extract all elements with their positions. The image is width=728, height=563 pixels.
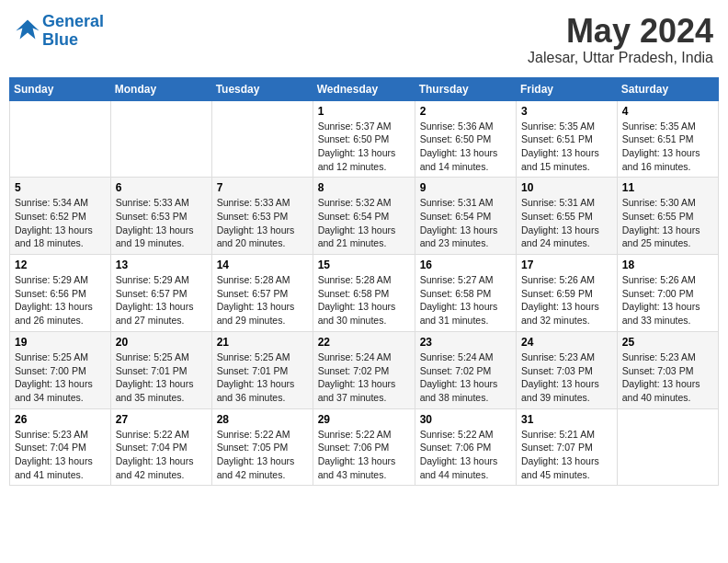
day-number: 26 (15, 413, 106, 426)
header-cell-thursday: Thursday (415, 77, 516, 100)
day-number: 22 (318, 336, 410, 349)
calendar-cell: 1Sunrise: 5:37 AM Sunset: 6:50 PM Daylig… (313, 100, 415, 178)
header-cell-monday: Monday (110, 77, 211, 100)
day-number: 13 (116, 259, 207, 271)
calendar-row: 19Sunrise: 5:25 AM Sunset: 7:00 PM Dayli… (10, 331, 719, 408)
calendar-cell: 20Sunrise: 5:25 AM Sunset: 7:01 PM Dayli… (110, 331, 211, 408)
day-info: Sunrise: 5:28 AM Sunset: 6:58 PM Dayligh… (318, 273, 410, 327)
calendar-cell: 31Sunrise: 5:21 AM Sunset: 7:07 PM Dayli… (517, 408, 618, 486)
day-number: 27 (116, 413, 207, 426)
day-info: Sunrise: 5:33 AM Sunset: 6:53 PM Dayligh… (217, 196, 308, 250)
day-info: Sunrise: 5:29 AM Sunset: 6:57 PM Dayligh… (116, 273, 207, 327)
calendar-cell: 4Sunrise: 5:35 AM Sunset: 6:51 PM Daylig… (617, 100, 718, 178)
calendar-cell: 10Sunrise: 5:31 AM Sunset: 6:55 PM Dayli… (517, 178, 618, 255)
calendar-cell (617, 408, 718, 486)
calendar-cell: 11Sunrise: 5:30 AM Sunset: 6:55 PM Dayli… (617, 178, 718, 255)
day-info: Sunrise: 5:27 AM Sunset: 6:58 PM Dayligh… (420, 273, 511, 327)
day-info: Sunrise: 5:35 AM Sunset: 6:51 PM Dayligh… (622, 120, 713, 174)
day-number: 3 (521, 105, 612, 118)
calendar-cell: 30Sunrise: 5:22 AM Sunset: 7:06 PM Dayli… (415, 408, 516, 486)
calendar-cell: 14Sunrise: 5:28 AM Sunset: 6:57 PM Dayli… (211, 255, 313, 332)
day-info: Sunrise: 5:26 AM Sunset: 7:00 PM Dayligh… (622, 273, 713, 327)
calendar-cell: 6Sunrise: 5:33 AM Sunset: 6:53 PM Daylig… (110, 178, 211, 255)
day-number: 20 (116, 336, 207, 349)
calendar-cell: 23Sunrise: 5:24 AM Sunset: 7:02 PM Dayli… (415, 331, 516, 408)
day-info: Sunrise: 5:23 AM Sunset: 7:04 PM Dayligh… (15, 428, 106, 482)
day-number: 21 (217, 336, 308, 349)
day-info: Sunrise: 5:24 AM Sunset: 7:02 PM Dayligh… (318, 350, 410, 405)
day-number: 9 (420, 181, 511, 194)
day-number: 14 (217, 259, 308, 271)
day-info: Sunrise: 5:33 AM Sunset: 6:53 PM Dayligh… (116, 196, 207, 250)
calendar-cell: 27Sunrise: 5:22 AM Sunset: 7:04 PM Dayli… (110, 408, 211, 486)
header-cell-wednesday: Wednesday (313, 77, 415, 100)
day-number: 29 (318, 413, 410, 426)
day-number: 4 (622, 105, 713, 118)
calendar-cell: 26Sunrise: 5:23 AM Sunset: 7:04 PM Dayli… (10, 408, 111, 486)
calendar-cell: 16Sunrise: 5:27 AM Sunset: 6:58 PM Dayli… (415, 255, 516, 332)
day-info: Sunrise: 5:24 AM Sunset: 7:02 PM Dayligh… (420, 350, 511, 405)
calendar-cell: 2Sunrise: 5:36 AM Sunset: 6:50 PM Daylig… (415, 100, 516, 178)
day-number: 17 (521, 259, 612, 271)
day-info: Sunrise: 5:22 AM Sunset: 7:04 PM Dayligh… (116, 428, 207, 482)
calendar-row: 26Sunrise: 5:23 AM Sunset: 7:04 PM Dayli… (10, 408, 719, 486)
day-info: Sunrise: 5:23 AM Sunset: 7:03 PM Dayligh… (622, 350, 713, 405)
calendar-cell: 29Sunrise: 5:22 AM Sunset: 7:06 PM Dayli… (313, 408, 415, 486)
day-info: Sunrise: 5:31 AM Sunset: 6:55 PM Dayligh… (521, 196, 612, 250)
day-number: 30 (420, 413, 511, 426)
day-info: Sunrise: 5:23 AM Sunset: 7:03 PM Dayligh… (521, 350, 612, 405)
calendar-cell: 7Sunrise: 5:33 AM Sunset: 6:53 PM Daylig… (211, 178, 313, 255)
day-number: 12 (15, 259, 106, 271)
day-info: Sunrise: 5:36 AM Sunset: 6:50 PM Dayligh… (420, 120, 511, 174)
calendar-cell: 12Sunrise: 5:29 AM Sunset: 6:56 PM Dayli… (10, 255, 111, 332)
calendar-cell: 13Sunrise: 5:29 AM Sunset: 6:57 PM Dayli… (110, 255, 211, 332)
calendar-cell (211, 100, 313, 178)
calendar-cell: 22Sunrise: 5:24 AM Sunset: 7:02 PM Dayli… (313, 331, 415, 408)
day-info: Sunrise: 5:31 AM Sunset: 6:54 PM Dayligh… (420, 196, 511, 250)
calendar-cell: 5Sunrise: 5:34 AM Sunset: 6:52 PM Daylig… (10, 178, 111, 255)
header-cell-sunday: Sunday (10, 77, 111, 100)
logo: General Blue (15, 13, 104, 50)
calendar-header: SundayMondayTuesdayWednesdayThursdayFrid… (10, 77, 719, 100)
day-info: Sunrise: 5:28 AM Sunset: 6:57 PM Dayligh… (217, 273, 308, 327)
day-number: 19 (15, 336, 106, 349)
header-row: SundayMondayTuesdayWednesdayThursdayFrid… (10, 77, 719, 100)
day-info: Sunrise: 5:22 AM Sunset: 7:06 PM Dayligh… (318, 428, 410, 482)
calendar-cell: 24Sunrise: 5:23 AM Sunset: 7:03 PM Dayli… (517, 331, 618, 408)
day-info: Sunrise: 5:21 AM Sunset: 7:07 PM Dayligh… (521, 428, 612, 482)
day-info: Sunrise: 5:37 AM Sunset: 6:50 PM Dayligh… (318, 120, 410, 174)
calendar-cell: 28Sunrise: 5:22 AM Sunset: 7:05 PM Dayli… (211, 408, 313, 486)
day-number: 1 (318, 105, 410, 118)
month-title: May 2024 (528, 13, 713, 50)
logo-icon (15, 17, 40, 42)
calendar-cell: 3Sunrise: 5:35 AM Sunset: 6:51 PM Daylig… (517, 100, 618, 178)
calendar-cell: 8Sunrise: 5:32 AM Sunset: 6:54 PM Daylig… (313, 178, 415, 255)
day-info: Sunrise: 5:26 AM Sunset: 6:59 PM Dayligh… (521, 273, 612, 327)
calendar-row: 5Sunrise: 5:34 AM Sunset: 6:52 PM Daylig… (10, 178, 719, 255)
header-cell-tuesday: Tuesday (211, 77, 313, 100)
calendar-cell (110, 100, 211, 178)
day-info: Sunrise: 5:25 AM Sunset: 7:01 PM Dayligh… (217, 350, 308, 405)
calendar-row: 1Sunrise: 5:37 AM Sunset: 6:50 PM Daylig… (10, 100, 719, 178)
day-info: Sunrise: 5:30 AM Sunset: 6:55 PM Dayligh… (622, 196, 713, 250)
day-info: Sunrise: 5:34 AM Sunset: 6:52 PM Dayligh… (15, 196, 106, 250)
day-number: 24 (521, 336, 612, 349)
day-info: Sunrise: 5:29 AM Sunset: 6:56 PM Dayligh… (15, 273, 106, 327)
day-number: 16 (420, 259, 511, 271)
day-number: 10 (521, 181, 612, 194)
day-number: 28 (217, 413, 308, 426)
day-info: Sunrise: 5:32 AM Sunset: 6:54 PM Dayligh… (318, 196, 410, 250)
day-number: 5 (15, 181, 106, 194)
day-number: 25 (622, 336, 713, 349)
day-number: 8 (318, 181, 410, 194)
calendar-cell (10, 100, 111, 178)
calendar-cell: 25Sunrise: 5:23 AM Sunset: 7:03 PM Dayli… (617, 331, 718, 408)
calendar-cell: 21Sunrise: 5:25 AM Sunset: 7:01 PM Dayli… (211, 331, 313, 408)
title-block: May 2024 Jalesar, Uttar Pradesh, India (528, 13, 713, 66)
day-info: Sunrise: 5:22 AM Sunset: 7:06 PM Dayligh… (420, 428, 511, 482)
page-header: General Blue May 2024 Jalesar, Uttar Pra… (9, 9, 719, 70)
day-info: Sunrise: 5:22 AM Sunset: 7:05 PM Dayligh… (217, 428, 308, 482)
day-number: 11 (622, 181, 713, 194)
calendar-table: SundayMondayTuesdayWednesdayThursdayFrid… (9, 77, 719, 487)
calendar-cell: 9Sunrise: 5:31 AM Sunset: 6:54 PM Daylig… (415, 178, 516, 255)
